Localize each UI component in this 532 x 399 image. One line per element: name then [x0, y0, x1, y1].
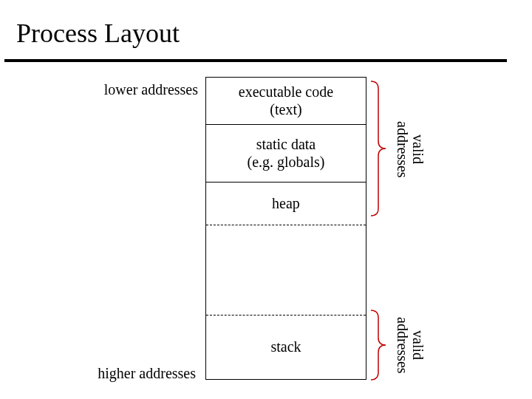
memory-layout-diagram: executable code (text) static data (e.g.… [205, 77, 366, 380]
segment-heap-label: heap [272, 195, 300, 213]
segment-gap [206, 225, 366, 316]
valid-addresses-label-upper: validaddresses [395, 108, 426, 191]
segment-stack-label: stack [270, 338, 301, 356]
title-rule [4, 59, 507, 62]
segment-stack: stack [206, 316, 366, 379]
segment-static-line1: static data [256, 136, 316, 152]
segment-static-line2: (e.g. globals) [248, 154, 325, 170]
lower-addresses-label: lower addresses [95, 81, 198, 98]
page-title: Process Layout [16, 18, 180, 49]
segment-heap: heap [206, 183, 366, 225]
bracket-lower-icon [369, 309, 387, 381]
segment-text-line2: (text) [270, 101, 301, 117]
higher-addresses-label: higher addresses [81, 365, 196, 382]
bracket-upper-icon [369, 80, 387, 217]
segment-text-line1: executable code [239, 83, 333, 100]
segment-static-data: static data (e.g. globals) [206, 125, 366, 183]
segment-text: executable code (text) [206, 78, 366, 125]
valid-addresses-label-lower: validaddresses [395, 306, 426, 384]
